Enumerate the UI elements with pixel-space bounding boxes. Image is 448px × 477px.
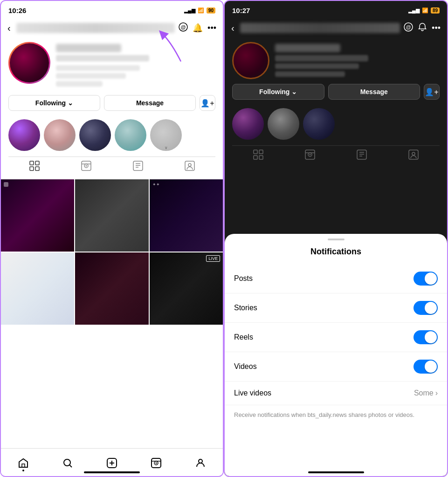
right-signal-icon: ▂▄▆ — [408, 7, 420, 14]
right-tab-reels[interactable] — [305, 150, 315, 163]
left-live-badge: LIVE — [206, 255, 220, 262]
right-tab-person[interactable] — [408, 150, 419, 163]
left-profile-info — [56, 42, 215, 90]
right-phone-panel: 10:27 ▂▄▆ 📶 89 ‹ @ ••• — [224, 0, 448, 477]
left-nav-search[interactable] — [62, 457, 73, 469]
left-nav-home[interactable] — [18, 457, 29, 469]
left-home-bar — [84, 471, 140, 473]
right-threads-icon[interactable]: @ — [404, 22, 413, 34]
left-following-button[interactable]: Following ⌄ — [8, 95, 100, 111]
left-nav-reels[interactable] — [151, 457, 162, 469]
left-nav-title-blur — [16, 23, 175, 33]
notif-videos-label: Videos — [234, 362, 257, 371]
right-status-icons: ▂▄▆ 📶 89 — [408, 7, 440, 14]
left-tab-icons — [8, 157, 215, 176]
left-story-1[interactable] — [8, 119, 40, 151]
svg-rect-30 — [259, 150, 263, 154]
left-signal-icon: ▂▄▆ — [184, 7, 195, 14]
notif-reels-toggle[interactable] — [414, 330, 438, 344]
right-tab-tagged[interactable] — [357, 150, 367, 163]
left-photo-grid: ✦✦ LIVE — [1, 179, 223, 325]
right-story-1[interactable] — [232, 108, 264, 140]
notif-reels-knob — [425, 331, 437, 343]
left-bio-row-1 — [56, 65, 140, 71]
svg-point-17 — [64, 459, 70, 466]
right-profile-info — [275, 42, 440, 79]
right-bell-icon[interactable] — [418, 22, 427, 34]
notif-videos-toggle[interactable] — [414, 360, 438, 374]
left-message-label: Message — [136, 99, 164, 107]
left-tab-reels[interactable] — [81, 161, 91, 174]
right-profile-top — [232, 42, 440, 79]
left-action-buttons: Following ⌄ Message 👤+ — [8, 95, 215, 111]
left-tab-grid[interactable] — [29, 161, 40, 174]
notif-live-videos-label: Live videos — [234, 389, 271, 397]
right-profile-name-blur — [275, 44, 340, 52]
svg-point-42 — [412, 152, 415, 155]
left-nav-bar: ‹ @ 🔔 ••• — [1, 18, 223, 38]
right-tab-icons — [232, 145, 440, 164]
right-tab-grid[interactable] — [253, 150, 263, 163]
left-grid-cell-6[interactable]: LIVE — [150, 252, 223, 325]
right-bio-section — [275, 63, 440, 77]
left-grid-cell-1[interactable] — [1, 179, 74, 252]
left-battery-badge: 90 — [207, 7, 215, 14]
left-tab-tagged[interactable] — [133, 161, 143, 174]
right-story-2[interactable] — [268, 108, 299, 140]
notif-stories-toggle[interactable] — [414, 301, 438, 315]
right-message-button[interactable]: Message — [328, 84, 420, 100]
right-story-3[interactable] — [303, 108, 335, 140]
right-following-chevron: ⌄ — [291, 88, 297, 95]
svg-rect-32 — [259, 156, 263, 159]
left-more-icon[interactable]: ••• — [207, 23, 216, 33]
right-back-button[interactable]: ‹ — [231, 23, 234, 34]
right-battery-badge: 89 — [431, 7, 440, 14]
left-message-button[interactable]: Message — [104, 95, 196, 111]
left-bell-icon[interactable]: 🔔 — [193, 23, 203, 33]
left-avatar — [8, 42, 50, 84]
svg-rect-16 — [22, 464, 25, 467]
left-nav-profile[interactable] — [195, 457, 206, 469]
left-threads-icon[interactable]: @ — [179, 22, 188, 34]
right-following-button[interactable]: Following ⌄ — [232, 84, 324, 100]
left-story-4[interactable] — [115, 119, 146, 151]
left-status-bar: 10:26 ▂▄▆ 📶 90 — [1, 1, 223, 18]
notif-live-videos-value: Some › — [414, 389, 438, 397]
svg-point-15 — [188, 164, 191, 166]
svg-point-26 — [199, 459, 202, 463]
right-profile-section: Following ⌄ Message 👤+ — [225, 38, 447, 168]
right-following-label: Following — [259, 88, 289, 95]
left-bio-section — [56, 65, 215, 87]
svg-point-35 — [309, 154, 310, 156]
right-add-icon: 👤+ — [425, 88, 438, 96]
left-add-person-button[interactable]: 👤+ — [200, 95, 215, 111]
notif-live-videos-some: Some — [414, 389, 434, 397]
left-add-icon: 👤+ — [200, 99, 214, 108]
left-grid-cell-2[interactable] — [75, 179, 148, 252]
left-story-2[interactable] — [44, 119, 76, 151]
notif-stories-label: Stories — [234, 304, 257, 312]
right-message-label: Message — [360, 88, 388, 95]
left-grid-cell-3[interactable]: ✦✦ — [150, 179, 223, 252]
left-phone-panel: 10:26 ▂▄▆ 📶 90 ‹ @ 🔔 ••• — [0, 0, 224, 477]
notif-posts-toggle[interactable] — [414, 272, 438, 286]
svg-point-8 — [85, 165, 87, 167]
right-stories-row — [232, 104, 440, 143]
right-add-person-button[interactable]: 👤+ — [424, 84, 440, 100]
notif-item-live-videos[interactable]: Live videos Some › — [225, 382, 447, 405]
left-story-5[interactable]: ∨ — [150, 119, 182, 151]
left-status-icons: ▂▄▆ 📶 90 — [184, 7, 215, 14]
left-story-3[interactable] — [79, 119, 111, 151]
left-grid-cell-4[interactable] — [1, 252, 74, 325]
right-more-icon[interactable]: ••• — [432, 23, 441, 33]
left-nav-add[interactable] — [106, 457, 117, 469]
left-grid-cell-5[interactable] — [75, 252, 148, 325]
svg-rect-4 — [30, 167, 34, 170]
right-bio-row-2 — [275, 71, 345, 77]
svg-rect-29 — [254, 150, 257, 154]
sheet-footer-text: Receive notifications when bts_daily.new… — [234, 411, 414, 418]
left-back-button[interactable]: ‹ — [7, 23, 11, 34]
right-nav-title-blur — [240, 23, 400, 33]
left-tab-person[interactable] — [185, 161, 195, 174]
left-following-label: Following — [35, 99, 66, 107]
